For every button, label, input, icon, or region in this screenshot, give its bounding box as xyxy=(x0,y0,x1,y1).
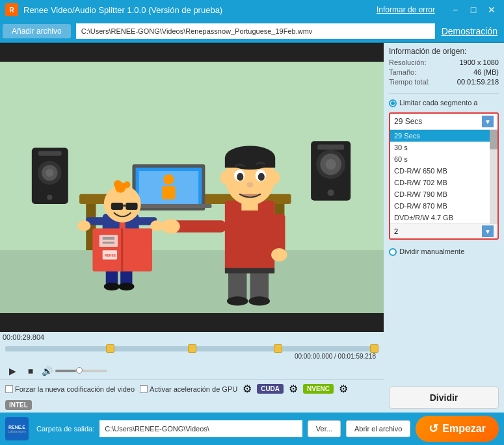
segment-radio[interactable] xyxy=(389,99,397,107)
svg-rect-67 xyxy=(273,214,285,253)
timeline-bar[interactable] xyxy=(5,346,378,351)
dropdown-scrollbar[interactable] xyxy=(490,130,497,223)
svg-rect-22 xyxy=(38,151,62,156)
dropdown-bottom-arrow[interactable]: ▼ xyxy=(482,225,494,237)
volume-icon: 🔊 xyxy=(42,366,53,376)
divide-button[interactable]: Dividir xyxy=(389,387,499,409)
cuda-badge[interactable]: CUDA xyxy=(257,384,284,394)
volume-knob[interactable] xyxy=(76,367,83,374)
encode-checkbox-item: Forzar la nueva codificación del video xyxy=(5,385,135,393)
timestamps-row: 00:00:00.000 / 00:01:59.218 xyxy=(5,351,378,361)
svg-rect-43 xyxy=(99,235,118,247)
dropdown-item-5[interactable]: CD-R/W 790 MB xyxy=(390,188,490,200)
app-logo: R xyxy=(5,3,18,16)
manual-label: Dividir manualmente xyxy=(399,248,464,255)
dropdown-item-6[interactable]: CD-R/W 870 MB xyxy=(390,200,490,212)
svg-point-63 xyxy=(248,296,270,305)
gpu-checkbox[interactable] xyxy=(140,385,148,393)
timeline-section: 00:00:00.000 / 00:01:59.218 xyxy=(0,342,384,362)
dropdown-list-container: 29 Secs 30 s 60 s CD-R/W 650 MB CD-R/W 7 xyxy=(390,130,497,223)
separator-1 xyxy=(389,93,499,94)
dropdown-arrow-icon[interactable]: ▼ xyxy=(482,116,494,127)
svg-point-66 xyxy=(161,219,179,233)
demo-badge: Demostración xyxy=(442,26,501,36)
gpu-checkbox-item: Activar aceleración de GPU xyxy=(140,385,237,393)
time-label: Tiempo total: xyxy=(389,78,430,86)
dropdown-selected-text: 29 Secs xyxy=(394,117,422,126)
timestamp-right: 00:00:00.000 / 00:01:59.218 xyxy=(295,353,376,360)
options-bar: Forzar la nueva codificación del video A… xyxy=(0,379,384,413)
stop-button[interactable]: ■ xyxy=(23,364,38,378)
add-file-button[interactable]: Añadir archivo xyxy=(3,24,71,38)
app-title: Renee Video/Audio Splitter 1.0.0 (Versió… xyxy=(23,5,377,15)
svg-point-28 xyxy=(124,181,130,188)
time-row: Tiempo total: 00:01:59.218 xyxy=(389,78,499,86)
encode-checkbox[interactable] xyxy=(5,385,13,393)
nvenc-badge[interactable]: NVENC xyxy=(303,384,334,394)
play-button[interactable]: ▶ xyxy=(5,364,20,378)
resolution-value: 1900 x 1080 xyxy=(459,58,499,66)
folder-path-input[interactable] xyxy=(99,420,302,437)
svg-point-59 xyxy=(271,171,280,184)
renee-logo-sub: Laboratory xyxy=(8,429,27,433)
volume-fill xyxy=(55,370,76,372)
svg-rect-10 xyxy=(162,186,175,199)
manual-segment-option: Dividir manualmente xyxy=(389,248,499,256)
minimize-button[interactable]: − xyxy=(448,3,462,17)
dropdown-item-3[interactable]: CD-R/W 650 MB xyxy=(390,165,490,177)
dropdown-item-2[interactable]: 60 s xyxy=(390,153,490,165)
size-row: Tamaño: 46 (MB) xyxy=(389,68,499,76)
dropdown-item-4[interactable]: CD-R/W 702 MB xyxy=(390,177,490,188)
dropdown-item-1[interactable]: 30 s xyxy=(390,142,490,153)
open-file-button[interactable]: Abrir el archivo xyxy=(346,420,410,437)
svg-rect-64 xyxy=(225,268,274,273)
start-icon: ↺ xyxy=(429,422,438,436)
svg-point-36 xyxy=(118,283,134,290)
scrollbar-thumb[interactable] xyxy=(490,130,497,149)
size-value: 46 (MB) xyxy=(473,68,499,76)
svg-point-15 xyxy=(325,159,336,170)
video-frame: RENEE xyxy=(0,43,384,332)
intel-settings-icon[interactable]: ⚙ xyxy=(339,383,348,395)
timeline-marker-4[interactable] xyxy=(370,344,378,353)
browse-button[interactable]: Ver... xyxy=(308,420,341,437)
footer: RENE.E Laboratory Carpeta de salida: Ver… xyxy=(0,413,504,445)
dropdown-items: 29 Secs 30 s 60 s CD-R/W 650 MB CD-R/W 7 xyxy=(390,130,490,223)
close-button[interactable]: ✕ xyxy=(484,3,499,17)
dropdown-bottom-input: 2 ▼ xyxy=(390,223,497,238)
titlebar: R Renee Video/Audio Splitter 1.0.0 (Vers… xyxy=(0,0,504,19)
svg-point-40 xyxy=(150,220,163,231)
volume-track[interactable] xyxy=(55,370,107,372)
svg-point-35 xyxy=(104,283,120,290)
svg-rect-32 xyxy=(123,205,126,207)
encode-label: Forzar la nueva codificación del video xyxy=(15,385,135,393)
playback-controls: ▶ ■ 🔊 xyxy=(0,362,384,379)
start-label: Empezar xyxy=(442,423,486,435)
manual-radio[interactable] xyxy=(389,248,397,256)
svg-point-23 xyxy=(47,195,52,200)
resolution-label: Resolución: xyxy=(389,58,426,66)
gpu-settings-icon[interactable]: ⚙ xyxy=(243,383,252,395)
dropdown-item-0[interactable]: 29 Secs xyxy=(390,130,490,142)
svg-text:RENEE: RENEE xyxy=(105,253,116,257)
timeline-marker-1[interactable] xyxy=(106,344,114,353)
gpu-label: Activar aceleración de GPU xyxy=(150,385,237,393)
dropdown-selected[interactable]: 29 Secs ▼ xyxy=(390,114,497,130)
start-button[interactable]: ↺ Empezar xyxy=(416,416,499,442)
svg-rect-16 xyxy=(317,144,344,149)
middle-area: RENEE xyxy=(0,43,504,413)
renee-logo: RENE.E Laboratory xyxy=(5,417,29,440)
svg-point-9 xyxy=(163,174,174,184)
resolution-row: Resolución: 1900 x 1080 xyxy=(389,58,499,66)
right-panel: Información de origen: Resolución: 1900 … xyxy=(384,43,504,413)
timeline-marker-2[interactable] xyxy=(188,344,196,353)
maximize-button[interactable]: □ xyxy=(466,3,481,17)
toolbar: Añadir archivo Demostración xyxy=(0,19,504,43)
filepath-input[interactable] xyxy=(76,23,435,39)
nvenc-settings-icon[interactable]: ⚙ xyxy=(289,383,298,395)
intel-badge[interactable]: INTEL xyxy=(5,400,32,410)
error-report-link[interactable]: Informar de error xyxy=(377,5,435,14)
dropdown-item-7[interactable]: DVD±/R/W 4.7 GB xyxy=(390,212,490,223)
timeline-marker-3[interactable] xyxy=(274,344,282,353)
current-time: 00:00:29.804 xyxy=(3,333,44,341)
